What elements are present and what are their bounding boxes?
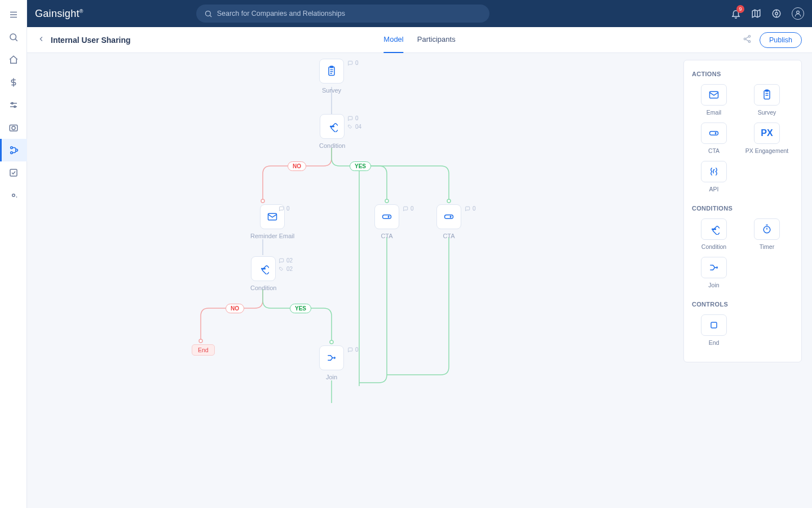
user-avatar[interactable] [792,7,804,20]
survey-icon [326,65,337,77]
svg-point-42 [330,126,332,127]
node-reminder-email[interactable]: Reminder Email 0 [250,204,294,239]
node-survey[interactable]: Survey 0 [319,59,344,94]
rail-sliders[interactable] [0,94,27,116]
search-icon [204,10,213,18]
condition-icon [708,224,720,235]
notifications-bell[interactable]: 9 [731,8,741,19]
svg-point-27 [744,38,745,40]
svg-rect-46 [383,215,391,219]
svg-rect-53 [764,91,770,99]
topnav-help-icon[interactable] [771,8,782,19]
tool-api[interactable]: API [692,161,736,192]
svg-point-16 [12,194,15,197]
tab-participants[interactable]: Participants [417,27,456,53]
svg-rect-60 [713,226,720,235]
notifications-badge: 9 [736,5,744,13]
svg-rect-15 [10,169,17,176]
search-placeholder: Search for Companies and Relationships [217,10,345,17]
rail-dollar[interactable] [0,71,27,94]
svg-point-35 [330,340,333,344]
tool-join[interactable]: Join [692,257,736,288]
page-title: Internal User Sharing [51,36,131,45]
svg-point-28 [748,41,750,42]
svg-line-18 [210,15,211,17]
node-join[interactable]: Join 0 [319,345,344,380]
palette-controls-title: CONTROLS [692,301,793,308]
global-search[interactable]: Search for Companies and Relationships [196,5,489,23]
palette-actions-title: ACTIONS [692,71,793,77]
node-condition-1[interactable]: Condition 0 04 [319,114,345,149]
svg-rect-67 [711,322,717,328]
tool-end[interactable]: End [692,314,736,346]
svg-point-32 [385,199,389,203]
svg-point-25 [797,11,800,14]
sub-header: Internal User Sharing Model Participants… [27,27,812,53]
node-end[interactable]: End [192,344,215,356]
share-button[interactable] [743,34,752,46]
survey-icon [761,89,773,100]
tool-email[interactable]: Email [692,84,736,116]
svg-line-29 [745,37,748,38]
svg-point-43 [332,126,333,127]
condition-icon [326,121,338,132]
svg-point-34 [199,339,202,343]
branch-yes-1: YES [350,161,371,171]
rail-settings[interactable] [0,184,27,207]
email-icon [267,211,278,222]
svg-point-62 [713,229,714,230]
svg-line-4 [15,39,17,41]
svg-point-26 [748,35,750,37]
svg-point-3 [10,34,16,40]
topnav-map-icon[interactable] [751,8,761,19]
cta-icon [381,211,392,222]
tool-cta[interactable]: CTA [692,122,736,154]
px-icon: PX [761,128,773,138]
rail-camera[interactable] [0,116,27,139]
tool-timer[interactable]: Timer [745,218,789,250]
condition-icon [258,263,269,274]
right-palette: ACTIONS Email Survey CTA PXPX Engagement… [683,60,802,362]
rail-tasks[interactable] [0,161,27,184]
end-icon [708,319,720,331]
api-icon [708,166,720,177]
node-cta-1[interactable]: CTA 0 [374,204,399,239]
palette-conditions-title: CONDITIONS [692,205,793,212]
cta-icon [708,128,720,139]
rail-home[interactable] [0,49,27,71]
svg-rect-57 [710,132,718,135]
svg-point-17 [205,11,210,16]
rail-menu[interactable] [0,3,27,26]
svg-point-44 [333,126,334,127]
canvas-workspace[interactable]: Survey 0 Condition 0 04 NO YES Reminder … [27,53,812,508]
tab-model[interactable]: Model [383,27,403,53]
rail-search[interactable] [0,26,27,49]
svg-point-49 [262,268,263,269]
email-icon [708,89,720,100]
back-button[interactable] [37,35,45,45]
rail-journeys[interactable] [0,139,27,161]
svg-point-33 [447,199,451,203]
brand-logo: Gainsight® [35,8,83,20]
timer-icon [761,224,773,235]
top-nav: Gainsight® Search for Companies and Rela… [27,0,812,27]
tool-condition[interactable]: Condition [692,218,736,250]
svg-rect-36 [329,67,334,76]
branch-no-1: NO [288,161,306,171]
svg-rect-47 [445,215,453,219]
branch-yes-2: YES [290,304,311,313]
svg-point-11 [12,126,15,130]
svg-point-61 [712,229,713,230]
svg-point-51 [264,268,266,269]
svg-point-50 [263,268,264,269]
svg-point-63 [715,229,716,230]
left-rail [0,0,27,508]
svg-point-31 [261,199,264,203]
node-cta-2[interactable]: CTA 0 [436,204,461,239]
tool-px-engagement[interactable]: PXPX Engagement [745,122,789,154]
svg-rect-48 [262,265,269,274]
node-condition-2[interactable]: Condition 02 02 [250,256,276,291]
svg-rect-41 [331,123,338,132]
publish-button[interactable]: Publish [760,32,802,48]
tool-survey[interactable]: Survey [745,84,789,116]
